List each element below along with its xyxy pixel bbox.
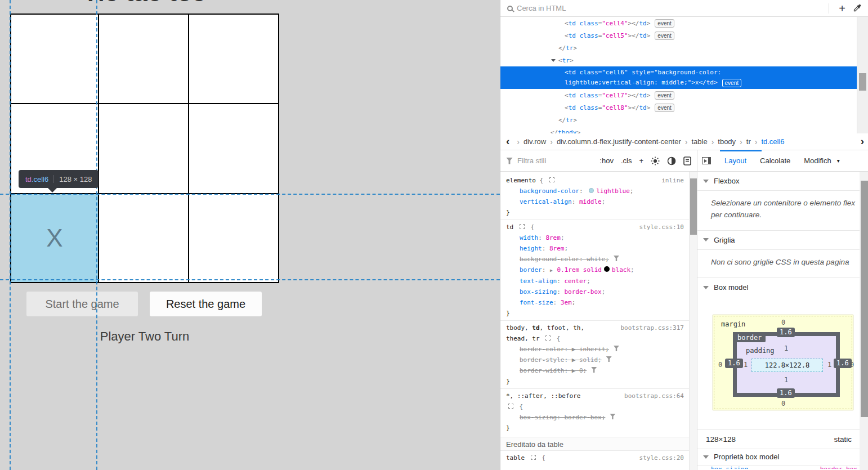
rule-declaration[interactable]: height: 8rem; (500, 243, 690, 254)
markup-row-tr-close[interactable]: </tr> (500, 42, 868, 54)
rule-selector-table[interactable]: table {style.css:20 (500, 453, 690, 463)
reset-game-button[interactable]: Reset the game (150, 292, 262, 316)
rule-source-link[interactable]: bootstrap.css:317 (620, 323, 690, 333)
rule-declaration[interactable]: background-color: lightblue; (500, 186, 690, 196)
markup-scrollbar[interactable] (857, 17, 868, 133)
pseudo-class-toggle[interactable]: :hov (599, 156, 614, 165)
grid-cell-4[interactable] (99, 104, 188, 193)
border-right-value[interactable]: 1.6 (834, 359, 852, 368)
scrollbar-thumb[interactable] (859, 73, 866, 91)
rule-declaration[interactable]: font-size: 3em; (500, 297, 690, 308)
rule-declaration[interactable]: box-sizing: border-box; (500, 287, 690, 297)
moon-contrast-icon (667, 156, 676, 165)
search-input[interactable] (517, 4, 823, 12)
markup-row-cell7[interactable]: <td class="cell7"></td>event (500, 89, 868, 101)
tab-layout[interactable]: Layout (724, 156, 746, 165)
breadcrumb-forward-button[interactable]: › (861, 135, 864, 149)
rule-declaration-overridden[interactable]: box-sizing: border-box; (500, 412, 690, 423)
grid-cell-5[interactable] (189, 104, 278, 193)
rule-declaration-overridden[interactable]: border-style: ▶ solid; (500, 355, 690, 365)
markup-row-cell6-selected[interactable]: <td class="cell6" style="background-colo… (500, 66, 857, 89)
grid-cell-7[interactable] (99, 194, 188, 282)
rule-source-inline[interactable]: inline (661, 175, 690, 186)
rule-source-link[interactable]: style.css:10 (639, 222, 690, 232)
breadcrumb-item-table[interactable]: table (691, 137, 707, 146)
breadcrumb-item-div-column[interactable]: div.column.d-flex.justify-content-center (557, 137, 681, 146)
add-rule-button[interactable]: + (639, 155, 643, 167)
grid-section-header[interactable]: Griglia (697, 231, 868, 250)
breadcrumb-item-td-cell6[interactable]: td.cell6 (761, 137, 784, 146)
light-theme-button[interactable] (651, 156, 660, 165)
box-model-properties-header[interactable]: Proprietà box model (697, 449, 868, 465)
box-model-diagram: margin 0 border 1.6 padding 1 0 1.6 1 12… (713, 315, 853, 410)
grid-cell-1[interactable] (99, 15, 188, 103)
dark-theme-button[interactable] (667, 156, 676, 165)
margin-left-value[interactable]: 0 (718, 361, 722, 369)
sidebar-toggle-icon[interactable] (702, 157, 711, 164)
grid-cell-0[interactable] (11, 15, 98, 103)
new-node-button[interactable]: + (835, 2, 849, 15)
chevron-right-icon: › (755, 137, 758, 146)
markup-row-cell5[interactable]: <td class="cell5"></td>event (500, 29, 868, 42)
eyedropper-button[interactable] (849, 2, 864, 15)
event-badge[interactable]: event (655, 32, 674, 40)
grid-cell-6-highlighted[interactable]: X (11, 194, 98, 282)
chevron-down-icon[interactable]: ▾ (837, 158, 840, 164)
content-box[interactable]: 122.8×122.8 (751, 359, 823, 372)
grid-cell-2[interactable] (189, 15, 278, 103)
rule-selector-tbody-group[interactable]: tbody, td, tfoot, th,bootstrap.css:317 (500, 320, 690, 333)
rule-source-link[interactable]: bootstrap.css:64 (624, 391, 690, 401)
scrollbar-thumb[interactable] (690, 178, 697, 235)
layout-scrollbar[interactable] (860, 172, 868, 470)
border-bottom-value[interactable]: 1.6 (777, 388, 795, 398)
margin-top-value[interactable]: 0 (781, 319, 785, 326)
margin-bottom-value[interactable]: 0 (781, 400, 785, 408)
rule-declaration[interactable]: border: ▶ 0.1rem solidblack; (500, 265, 690, 276)
rule-selector-universal[interactable]: *, ::after, ::beforebootstrap.css:64 (500, 388, 690, 401)
markup-row-cell4[interactable]: <td class="cell4"></td>event (500, 17, 868, 29)
event-badge[interactable]: event (655, 104, 674, 112)
border-top-value[interactable]: 1.6 (777, 328, 795, 337)
box-model-section-header[interactable]: Box model (697, 278, 868, 297)
tab-calcolate[interactable]: Calcolate (760, 156, 790, 165)
tab-modifiche[interactable]: Modifich (804, 156, 831, 165)
sidebar-tabs: Layout Calcolate Modifich ▾ (697, 150, 868, 172)
markup-row-tr-open[interactable]: <tr> (500, 54, 868, 66)
event-badge[interactable]: event (655, 19, 674, 28)
padding-left-value[interactable]: 1 (744, 361, 748, 369)
margin-right-value[interactable]: 0 (850, 361, 854, 369)
rule-declaration[interactable]: width: 8rem; (500, 232, 690, 243)
scrollbar-thumb[interactable] (861, 181, 868, 417)
rule-declaration-overridden[interactable]: background-color: white; (500, 254, 690, 265)
breadcrumb-item-div-row[interactable]: div.row (524, 137, 546, 146)
rule-declaration[interactable]: text-align: center; (500, 276, 690, 287)
flexbox-section-header[interactable]: Flexbox (697, 172, 868, 191)
print-simulation-button[interactable] (683, 156, 691, 165)
grid-cell-8[interactable] (189, 194, 278, 282)
start-game-button[interactable]: Start the game (26, 292, 138, 316)
rule-selector-td[interactable]: td {style.css:10 (500, 220, 690, 232)
rule-declaration[interactable]: vertical-align: middle; (500, 196, 690, 207)
rule-selector-continued: { (500, 401, 690, 412)
breadcrumb-item-tbody[interactable]: tbody (718, 137, 736, 146)
rule-selector-element[interactable]: elemento { inline (500, 175, 690, 186)
breadcrumb-item-tr[interactable]: tr (746, 137, 751, 146)
markup-row-tr-close2[interactable]: </tr> (500, 114, 868, 126)
rule-declaration-overridden[interactable]: border-width: ▶ 0; (500, 365, 690, 376)
padding-top-value[interactable]: 1 (784, 344, 788, 352)
filter-styles-input[interactable] (517, 156, 592, 165)
padding-right-value[interactable]: 1 (827, 361, 831, 369)
markup-row-tbody-close[interactable]: </tbody> (500, 126, 868, 133)
rules-scrollbar[interactable] (689, 172, 697, 470)
breadcrumb-back-button[interactable]: ‹ (506, 135, 509, 147)
event-badge[interactable]: event (655, 91, 674, 100)
markup-view: <td class="cell4"></td>event <td class="… (500, 17, 868, 133)
rule-declaration-overridden[interactable]: border-color: ▶ inherit; (500, 344, 690, 355)
class-toggle[interactable]: .cls (621, 156, 632, 165)
rule-source-link[interactable]: style.css:20 (639, 453, 690, 463)
expand-twisty-icon[interactable] (551, 59, 556, 62)
markup-row-cell8[interactable]: <td class="cell8"></td>event (500, 101, 868, 114)
event-badge[interactable]: event (722, 79, 741, 87)
padding-bottom-value[interactable]: 1 (784, 376, 788, 384)
border-left-value[interactable]: 1.6 (725, 359, 743, 368)
